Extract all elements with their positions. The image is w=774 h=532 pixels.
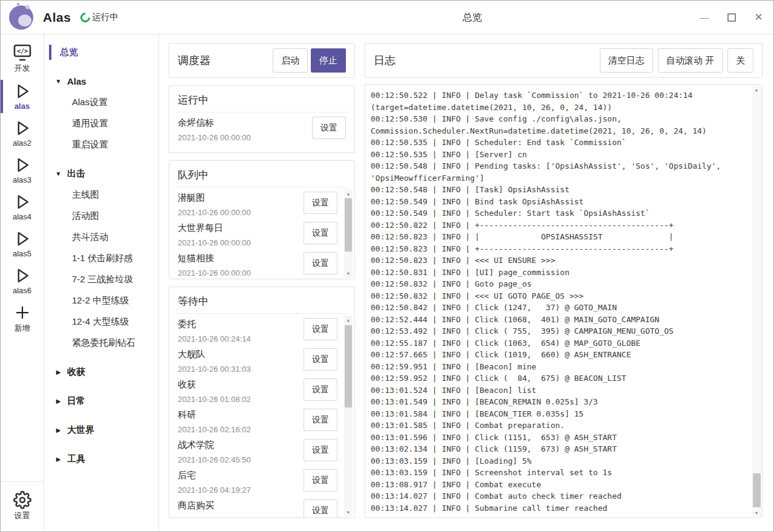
log-panel-header: 日志 清空日志 自动滚动 开 关 [365, 43, 763, 78]
waiting-scrollbar[interactable]: ▲ ▼ [344, 316, 353, 516]
autoscroll-off-button[interactable]: 关 [727, 48, 753, 73]
window-controls: — ✕ [691, 1, 772, 34]
log-line: 00:12:50.549 | INFO | Scheduler: Start t… [371, 207, 746, 219]
rail-item-settings[interactable]: 设置 [1, 487, 44, 525]
play-icon [13, 118, 31, 138]
menu-item-7-2[interactable]: 7-2 三战捡垃圾 [44, 269, 158, 290]
scroll-down-icon[interactable]: ▼ [344, 269, 353, 277]
menu-item-overview[interactable]: 总览 [44, 42, 158, 63]
task-settings-button[interactable]: 设置 [304, 348, 337, 371]
scroll-down-icon[interactable]: ▼ [752, 508, 761, 517]
task-row: 余烬信标 2021-10-26 00:00:00 设置 [178, 114, 354, 144]
log-line: 00:12:59.951 | INFO | [Beacon] mine [371, 361, 746, 373]
running-card-title: 运行中 [175, 86, 348, 112]
rail-item-alas4[interactable]: alas4 [1, 189, 44, 225]
menu-group-opsi[interactable]: ▶大世界 [44, 419, 158, 441]
menu-item-restart-settings[interactable]: 重启设置 [44, 134, 158, 155]
menu-group-sortie[interactable]: ▼出击 [44, 163, 158, 184]
task-settings-button[interactable]: 设置 [304, 222, 337, 244]
scheduler-start-button[interactable]: 启动 [273, 48, 308, 73]
log-scrollbar[interactable]: ▲ ▼ [752, 85, 761, 517]
rail-item-alas[interactable]: alas [1, 78, 44, 115]
scheduler-stop-button[interactable]: 停止 [311, 48, 346, 73]
rail-item-label: alas3 [13, 175, 31, 184]
rail-item-alas5[interactable]: alas5 [1, 225, 44, 262]
rail-item-alas3[interactable]: alas3 [1, 152, 44, 189]
app-name: Alas [43, 10, 71, 25]
task-settings-button[interactable]: 设置 [304, 192, 337, 214]
clear-log-button[interactable]: 清空日志 [600, 48, 653, 73]
rail-item-label: alas6 [13, 286, 31, 295]
log-line: 00:12:50.832 | INFO | Goto page_os [371, 278, 746, 290]
log-line: 00:12:55.187 | INFO | Click (1063, 654) … [371, 337, 746, 349]
menu-item-raid[interactable]: 共斗活动 [44, 227, 158, 248]
scroll-up-icon[interactable]: ▲ [344, 189, 353, 198]
menu-item-12-4[interactable]: 12-4 大型练级 [44, 311, 158, 332]
scrollbar-thumb[interactable] [753, 473, 761, 507]
menu-item-main-map[interactable]: 主线图 [44, 184, 158, 206]
log-line: 00:13:03.159 | INFO | Screenshot interva… [371, 467, 746, 479]
log-line: 00:13:01.584 | INFO | [BEACON_TIER 0.035… [371, 408, 746, 420]
close-button[interactable]: ✕ [745, 1, 772, 34]
svg-text:</>: </> [16, 48, 27, 54]
log-line: 00:13:08.917 | INFO | Combat execute [371, 479, 746, 491]
rail-item-dev[interactable]: </> 开发 [1, 39, 44, 78]
task-settings-button[interactable]: 设置 [304, 378, 337, 401]
menu-group-daily[interactable]: ▶日常 [44, 390, 158, 412]
menu-group-alas[interactable]: ▼Alas [44, 70, 158, 92]
log-line: 00:12:50.548 | INFO | [Task] OpsiAshAssi… [371, 184, 746, 196]
minimize-button[interactable]: — [691, 1, 718, 34]
menu-item-event-map[interactable]: 活动图 [44, 206, 158, 227]
task-row: 大舰队 2021-10-26 00:31:03 设置 [178, 346, 354, 376]
caret-down-icon: ▼ [55, 170, 62, 177]
log-line: 00:13:01.585 | INFO | Combat preparation… [371, 420, 746, 432]
autoscroll-toggle-button[interactable]: 自动滚动 开 [658, 48, 723, 73]
scrollbar-thumb[interactable] [345, 198, 352, 251]
scroll-up-icon[interactable]: ▲ [344, 316, 353, 324]
scroll-down-icon[interactable]: ▼ [344, 508, 353, 516]
rail-item-alas2[interactable]: alas2 [1, 115, 44, 152]
task-settings-button[interactable]: 设置 [304, 469, 337, 491]
task-settings-button[interactable]: 设置 [304, 252, 337, 274]
menu-group-tools[interactable]: ▶工具 [44, 448, 158, 470]
rail-item-label: 设置 [15, 510, 30, 521]
scheduler-status-text: 运行中 [92, 11, 119, 23]
log-line: 00:12:50.823 | INFO | +-----------------… [371, 243, 746, 255]
task-row: 委托 2021-10-26 00:24:14 设置 [178, 316, 354, 346]
play-icon [13, 229, 31, 248]
titlebar: Alas 运行中 总览 — ✕ [1, 1, 773, 34]
plus-icon [13, 303, 31, 322]
log-line: 00:12:50.530 | INFO | Save config ./conf… [371, 113, 746, 137]
task-row: 商店购买 设置 [178, 497, 354, 517]
task-settings-button[interactable]: 设置 [304, 439, 337, 461]
rail-item-label: alas5 [13, 249, 31, 258]
log-line: 00:13:03.159 | INFO | [Loading] 5% [371, 455, 746, 467]
rail-item-alas6[interactable]: alas6 [1, 262, 44, 299]
task-row: 大世界每日 2021-10-26 00:00:00 设置 [178, 219, 354, 250]
log-line: 00:12:53.492 | INFO | Click ( 755, 395) … [371, 325, 746, 337]
menu-item-alas-settings[interactable]: Alas设置 [44, 92, 158, 113]
scroll-up-icon[interactable]: ▲ [752, 85, 761, 94]
pending-scrollbar[interactable]: ▲ ▼ [344, 189, 353, 277]
task-settings-button[interactable]: 设置 [304, 318, 337, 340]
maximize-button[interactable] [718, 1, 745, 34]
waiting-card: 等待中 委托 2021-10-26 00:24:14 设置 大舰队 2021-1… [169, 287, 355, 518]
scrollbar-thumb[interactable] [345, 325, 352, 407]
task-settings-button[interactable]: 设置 [304, 409, 337, 431]
log-line: 00:13:14.027 | INFO | Submarine call tim… [371, 502, 746, 514]
menu-item-general-settings[interactable]: 通用设置 [44, 113, 158, 134]
maximize-icon [727, 13, 736, 22]
rail-item-add[interactable]: 新增 [1, 299, 44, 338]
task-settings-button[interactable]: 设置 [304, 499, 337, 517]
caret-right-icon: ▶ [55, 427, 62, 433]
menu-item-urgent-commission[interactable]: 紧急委托刷钻石 [44, 332, 158, 354]
log-line: 00:13:01.596 | INFO | Click (1151, 653) … [371, 432, 746, 444]
task-settings-button[interactable]: 设置 [312, 117, 346, 139]
menu-item-12-2[interactable]: 12-2 中型练级 [44, 290, 158, 311]
caret-right-icon: ▶ [55, 369, 62, 375]
log-output[interactable]: 00:12:50.522 | INFO | Delay task `Commis… [365, 84, 763, 518]
page-title: 总览 [463, 11, 482, 24]
task-row: 短猫相接 2021-10-26 00:00:00 设置 [178, 250, 354, 279]
menu-item-1-1[interactable]: 1-1 伏击刷好感 [44, 248, 158, 269]
menu-group-reward[interactable]: ▶收获 [44, 361, 158, 383]
